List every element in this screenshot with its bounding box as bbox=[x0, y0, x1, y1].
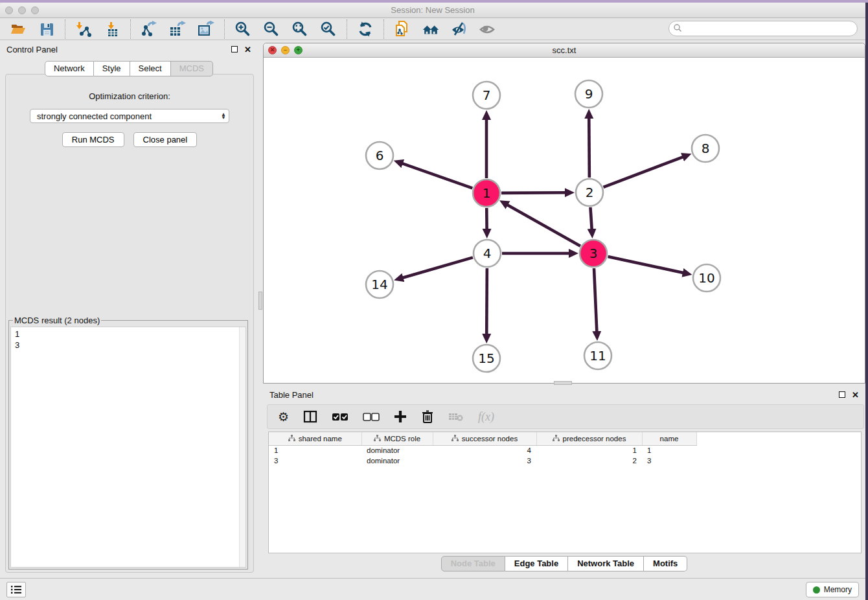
column-tree-icon bbox=[288, 435, 295, 442]
table-panel-tabs: Node TableEdge TableNetwork TableMotifs bbox=[441, 556, 688, 571]
tab-network-table[interactable]: Network Table bbox=[568, 556, 644, 571]
column-tree-icon bbox=[374, 435, 381, 442]
tab-node-table[interactable]: Node Table bbox=[441, 556, 505, 571]
open-session-icon[interactable] bbox=[9, 20, 27, 38]
zoom-in-icon[interactable] bbox=[234, 20, 252, 38]
graph-edge-3-10[interactable] bbox=[608, 257, 683, 273]
refresh-icon[interactable] bbox=[356, 20, 374, 38]
show-all-icon[interactable] bbox=[479, 20, 497, 38]
tab-network[interactable]: Network bbox=[45, 61, 94, 76]
graph-edge-3-1[interactable] bbox=[507, 205, 580, 246]
graph-node-label-4: 4 bbox=[483, 246, 492, 261]
network-window-titlebar[interactable]: ✕ – + scc.txt bbox=[264, 43, 865, 58]
network-view-window[interactable]: ✕ – + scc.txt 7968124314101511 bbox=[263, 43, 865, 384]
mcds-result-title: MCDS result (2 nodes) bbox=[13, 316, 101, 325]
table-row[interactable]: 3dominator323 bbox=[269, 456, 696, 466]
memory-status-icon bbox=[813, 586, 820, 594]
criterion-select[interactable]: strongly connected component ▲▼ bbox=[30, 109, 229, 123]
optimization-label: Optimization criterion: bbox=[6, 91, 253, 101]
task-history-button[interactable] bbox=[6, 582, 26, 597]
table-panel-title: Table Panel bbox=[269, 390, 314, 400]
column-header-successor-nodes[interactable]: successor nodes bbox=[433, 432, 536, 445]
mcds-result-text[interactable]: 13 bbox=[10, 327, 246, 568]
network-canvas[interactable]: 7968124314101511 bbox=[264, 58, 865, 383]
tab-select[interactable]: Select bbox=[130, 61, 171, 76]
table-cell[interactable]: 1 bbox=[536, 445, 642, 456]
function-builder-icon[interactable]: f(x) bbox=[478, 409, 494, 424]
add-column-icon[interactable] bbox=[394, 409, 407, 424]
tab-edge-table[interactable]: Edge Table bbox=[505, 556, 568, 571]
tab-style[interactable]: Style bbox=[94, 61, 130, 76]
close-panel-button[interactable]: Close panel bbox=[133, 132, 198, 147]
desktop-right-edge bbox=[865, 3, 868, 600]
result-line: 3 bbox=[15, 340, 242, 351]
close-table-panel-icon[interactable]: ✕ bbox=[852, 391, 859, 399]
graph-node-label-3: 3 bbox=[589, 246, 598, 261]
close-panel-icon[interactable]: ✕ bbox=[244, 45, 251, 54]
graph-node-label-6: 6 bbox=[376, 148, 384, 163]
table-cell[interactable]: dominator bbox=[361, 445, 433, 456]
table-toolbar: ⚙ f(x) bbox=[267, 404, 864, 429]
table-cell[interactable]: dominator bbox=[361, 456, 433, 466]
zoom-fit-icon[interactable] bbox=[291, 20, 309, 38]
table-cell[interactable]: 1 bbox=[269, 445, 361, 456]
graph-node-label-9: 9 bbox=[585, 86, 593, 102]
vertical-splitter-handle[interactable] bbox=[258, 292, 262, 310]
column-header-predecessor-nodes[interactable]: predecessor nodes bbox=[536, 432, 642, 445]
show-columns-icon[interactable] bbox=[303, 409, 317, 424]
delete-table-icon[interactable] bbox=[448, 409, 464, 424]
import-table-icon[interactable] bbox=[103, 20, 121, 38]
tab-motifs[interactable]: Motifs bbox=[644, 556, 687, 571]
graph-edge-3-11[interactable] bbox=[594, 268, 597, 332]
table-cell[interactable]: 2 bbox=[536, 456, 642, 466]
table-options-icon[interactable]: ⚙ bbox=[278, 409, 289, 424]
graph-edge-2-8[interactable] bbox=[604, 157, 684, 187]
float-table-panel-icon[interactable] bbox=[839, 391, 845, 398]
delete-column-icon[interactable] bbox=[421, 409, 434, 424]
export-image-icon[interactable] bbox=[197, 20, 215, 38]
status-bar: Memory bbox=[0, 578, 865, 600]
export-table-icon[interactable] bbox=[168, 20, 187, 38]
table-cell[interactable]: 4 bbox=[433, 445, 536, 456]
run-mcds-button[interactable]: Run MCDS bbox=[62, 132, 124, 147]
deselect-all-icon[interactable] bbox=[363, 409, 380, 424]
column-header-shared-name[interactable]: shared name bbox=[269, 432, 361, 445]
first-neighbors-icon[interactable] bbox=[422, 20, 440, 38]
tab-mcds[interactable]: MCDS bbox=[171, 61, 213, 76]
window-title: Session: New Session bbox=[0, 5, 865, 15]
graph-edge-4-15[interactable] bbox=[486, 268, 487, 335]
select-all-icon[interactable] bbox=[332, 409, 348, 424]
graph-edge-4-14[interactable] bbox=[402, 257, 473, 278]
hide-selected-icon[interactable] bbox=[450, 20, 468, 38]
result-scrollbar[interactable] bbox=[239, 327, 246, 567]
table-cell[interactable]: 1 bbox=[642, 445, 696, 456]
table-cell[interactable]: 3 bbox=[269, 456, 361, 466]
table-cell[interactable]: 3 bbox=[642, 456, 696, 466]
graph-edge-1-6[interactable] bbox=[402, 163, 472, 188]
table-panel: Table Panel ✕ ⚙ f(x) shared nameMCDS rol… bbox=[263, 386, 865, 574]
search-input[interactable] bbox=[682, 23, 857, 34]
search-field[interactable] bbox=[668, 21, 858, 36]
node-table[interactable]: shared nameMCDS rolesuccessor nodesprede… bbox=[268, 432, 862, 553]
column-header-MCDS-role[interactable]: MCDS role bbox=[361, 432, 433, 445]
float-panel-icon[interactable] bbox=[231, 46, 238, 52]
column-header-name[interactable]: name bbox=[642, 432, 696, 445]
import-network-icon[interactable] bbox=[74, 20, 93, 38]
network-window-title: scc.txt bbox=[264, 45, 865, 55]
zoom-selected-icon[interactable] bbox=[319, 20, 337, 38]
table-cell[interactable]: 3 bbox=[433, 456, 536, 466]
horizontal-splitter-handle[interactable] bbox=[554, 381, 572, 385]
duplicate-network-icon[interactable] bbox=[393, 20, 411, 38]
criterion-value: strongly connected component bbox=[37, 111, 152, 121]
export-network-icon[interactable] bbox=[140, 20, 158, 38]
graph-edge-2-3[interactable] bbox=[590, 207, 591, 230]
save-session-icon[interactable] bbox=[38, 20, 56, 38]
zoom-out-icon[interactable] bbox=[262, 20, 280, 38]
graph-edge-1-2[interactable] bbox=[501, 192, 566, 193]
control-panel-tabs: NetworkStyleSelectMCDS bbox=[45, 61, 213, 76]
table-row[interactable]: 1dominator411 bbox=[269, 445, 696, 456]
graph-node-label-8: 8 bbox=[702, 141, 710, 156]
graph-edge-2-9[interactable] bbox=[589, 117, 589, 178]
memory-button[interactable]: Memory bbox=[806, 582, 859, 597]
app-titlebar[interactable]: Session: New Session bbox=[0, 3, 865, 18]
